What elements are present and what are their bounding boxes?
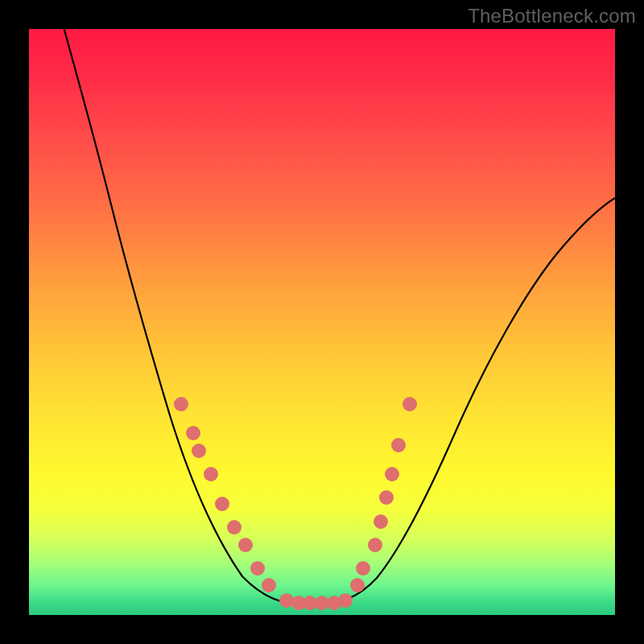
svg-point-14 [338,593,353,608]
watermark-text: TheBottleneck.com [468,5,636,27]
svg-point-0 [174,397,188,411]
svg-point-8 [262,578,276,592]
curve-path [64,29,615,605]
svg-point-6 [238,538,253,552]
curve-markers [174,397,417,610]
svg-point-5 [227,520,242,535]
bottleneck-curve [29,29,615,615]
svg-point-2 [192,444,206,458]
svg-point-4 [215,497,229,511]
svg-point-19 [379,490,394,505]
svg-point-1 [186,426,200,440]
plot-area [29,29,615,615]
svg-point-20 [385,467,399,481]
svg-point-17 [368,538,382,552]
svg-point-21 [391,438,406,452]
chart-frame: TheBottleneck.com [0,0,644,644]
svg-point-18 [374,514,388,529]
svg-point-3 [204,467,218,481]
svg-point-7 [250,561,265,576]
svg-point-9 [279,593,294,608]
svg-point-15 [350,578,365,592]
svg-point-16 [356,561,370,576]
svg-point-22 [402,397,417,411]
